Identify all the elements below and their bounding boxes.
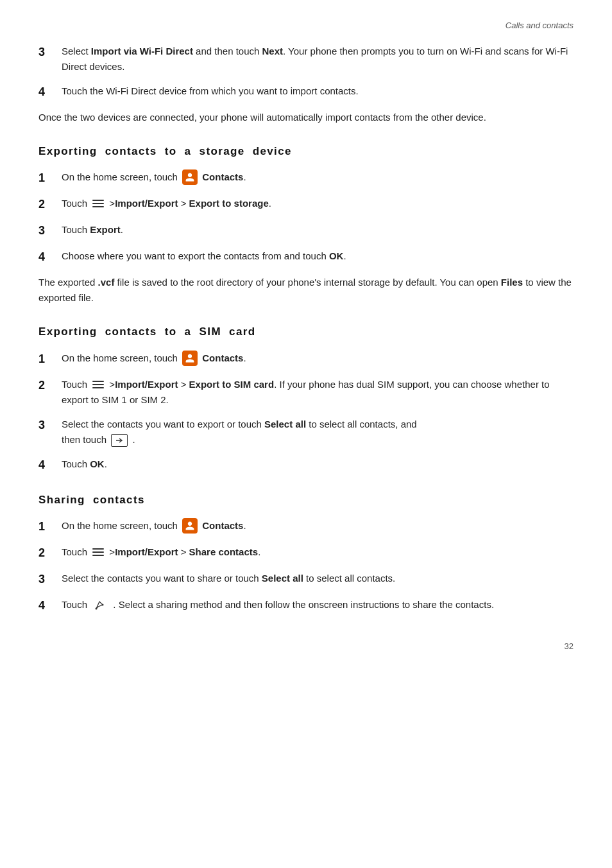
page-header: Calls and contacts — [38, 19, 574, 32]
export-storage-title: Exporting contacts to a storage device — [38, 143, 574, 160]
export-storage-body: The exported .vcf file is saved to the r… — [38, 275, 574, 306]
header-text: Calls and contacts — [506, 21, 574, 30]
step-content: Touch . Select a sharing method and then… — [62, 597, 574, 614]
export-storage-step-3: 3 Touch Export. — [38, 222, 574, 239]
menu-icon — [92, 548, 105, 557]
export-sim-title: Exporting contacts to a SIM card — [38, 324, 574, 340]
intro-body-text: Once the two devices are connected, your… — [38, 110, 574, 125]
step-content: On the home screen, touch Contacts. — [62, 351, 574, 367]
step-content: Touch OK. — [62, 456, 574, 472]
step-number: 4 — [38, 456, 62, 474]
intro-section: 3 Select Import via Wi-Fi Direct and the… — [38, 44, 574, 125]
export-storage-step-2: 2 Touch >Import/Export > Export to stora… — [38, 196, 574, 213]
step-content: Touch Export. — [62, 222, 574, 238]
step-number: 2 — [38, 544, 62, 562]
menu-icon — [92, 380, 105, 389]
step-content: Select the contacts you want to export o… — [62, 417, 574, 447]
step-content: On the home screen, touch Contacts. — [62, 518, 574, 534]
sharing-step-4: 4 Touch . Select a sharing method and th… — [38, 597, 574, 614]
sharing-title: Sharing contacts — [38, 492, 574, 508]
contacts-icon — [182, 169, 198, 185]
menu-icon — [92, 199, 105, 208]
export-storage-step-1: 1 On the home screen, touch Contacts. — [38, 169, 574, 187]
export-storage-step-4: 4 Choose where you want to export the co… — [38, 248, 574, 266]
step-content: Select the contacts you want to share or… — [62, 571, 574, 586]
export-storage-section: Exporting contacts to a storage device 1… — [38, 143, 574, 306]
contacts-icon — [182, 518, 198, 534]
export-sim-section: Exporting contacts to a SIM card 1 On th… — [38, 324, 574, 474]
export-sim-step-2: 2 Touch >Import/Export > Export to SIM c… — [38, 377, 574, 408]
svg-point-1 — [102, 604, 104, 606]
export-sim-step-3: 3 Select the contacts you want to export… — [38, 417, 574, 447]
export-to-sim-icon — [111, 434, 128, 447]
step-number: 2 — [38, 377, 62, 394]
export-sim-step-1: 1 On the home screen, touch Contacts. — [38, 351, 574, 368]
sharing-step-3: 3 Select the contacts you want to share … — [38, 571, 574, 588]
step-content: Choose where you want to export the cont… — [62, 248, 574, 264]
step-content: Touch >Import/Export > Export to SIM car… — [62, 377, 574, 408]
step-content: Touch >Import/Export > Share contacts. — [62, 544, 574, 560]
step-number: 1 — [38, 169, 62, 187]
sharing-step-1: 1 On the home screen, touch Contacts. — [38, 518, 574, 535]
page-number: 32 — [38, 640, 574, 653]
share-icon — [92, 597, 108, 614]
step-number: 4 — [38, 83, 62, 101]
step-number: 1 — [38, 351, 62, 368]
sharing-section: Sharing contacts 1 On the home screen, t… — [38, 492, 574, 615]
step-number: 3 — [38, 417, 62, 434]
step-number: 4 — [38, 597, 62, 614]
step-3-intro: 3 Select Import via Wi-Fi Direct and the… — [38, 44, 574, 74]
step-4-intro: 4 Touch the Wi-Fi Direct device from whi… — [38, 83, 574, 101]
step-number: 4 — [38, 248, 62, 266]
step-number: 3 — [38, 44, 62, 61]
step-content: On the home screen, touch Contacts. — [62, 169, 574, 186]
step-number: 3 — [38, 222, 62, 239]
contacts-icon — [182, 351, 198, 366]
sharing-step-2: 2 Touch >Import/Export > Share contacts. — [38, 544, 574, 562]
step-number: 3 — [38, 571, 62, 588]
step-content: Touch the Wi-Fi Direct device from which… — [62, 83, 574, 99]
step-number: 1 — [38, 518, 62, 535]
svg-point-2 — [96, 608, 98, 610]
step-content: Select Import via Wi-Fi Direct and then … — [62, 44, 574, 74]
step-number: 2 — [38, 196, 62, 213]
export-sim-step-4: 4 Touch OK. — [38, 456, 574, 474]
step-content: Touch >Import/Export > Export to storage… — [62, 196, 574, 211]
